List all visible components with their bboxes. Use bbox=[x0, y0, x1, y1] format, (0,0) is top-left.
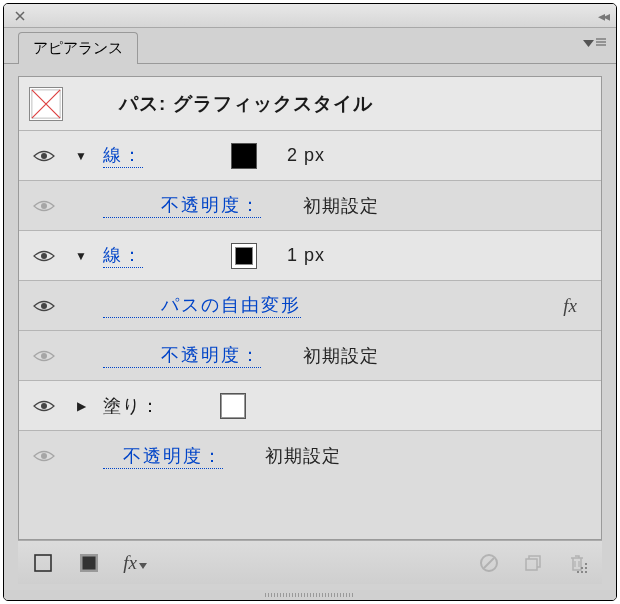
visibility-icon-dim[interactable] bbox=[29, 449, 59, 463]
stroke-link[interactable]: 線： bbox=[103, 143, 143, 168]
visibility-icon[interactable] bbox=[29, 399, 59, 413]
appearance-list: パス: グラフィックスタイル ▼ 線： 2 px 不透明度： 初期設定 bbox=[18, 76, 602, 540]
tab-appearance[interactable]: アピアランス bbox=[18, 32, 138, 64]
svg-point-6 bbox=[41, 403, 47, 409]
duplicate-icon[interactable] bbox=[520, 550, 546, 576]
svg-rect-9 bbox=[81, 555, 97, 571]
window-titlebar: ◂◂ bbox=[4, 4, 616, 28]
disclosure-triangle-closed[interactable]: ▶ bbox=[71, 399, 91, 413]
close-icon[interactable] bbox=[12, 8, 28, 24]
clear-icon[interactable] bbox=[476, 550, 502, 576]
stroke-width-value[interactable]: 1 px bbox=[287, 245, 325, 266]
new-fill-icon[interactable] bbox=[76, 550, 102, 576]
disclosure-triangle-open[interactable]: ▼ bbox=[71, 149, 91, 163]
fill-row[interactable]: ▶ 塗り： bbox=[19, 381, 601, 431]
panel-footer: fx bbox=[18, 540, 602, 584]
opacity-row-2[interactable]: 不透明度： 初期設定 bbox=[19, 331, 601, 381]
selection-thumbnail bbox=[29, 87, 63, 121]
opacity-link[interactable]: 不透明度： bbox=[103, 444, 223, 469]
resize-grip-icon[interactable] bbox=[573, 559, 587, 573]
add-effect-button[interactable]: fx bbox=[122, 550, 148, 576]
stroke-link[interactable]: 線： bbox=[103, 243, 143, 268]
fx-icon[interactable]: fx bbox=[563, 295, 577, 317]
list-filler bbox=[19, 481, 601, 539]
header-title: パス: グラフィックスタイル bbox=[119, 91, 373, 117]
svg-point-3 bbox=[41, 253, 47, 259]
new-stroke-icon[interactable] bbox=[30, 550, 56, 576]
opacity-value: 初期設定 bbox=[303, 344, 379, 368]
panel-menu-icon[interactable] bbox=[583, 38, 606, 48]
collapse-icon[interactable]: ◂◂ bbox=[598, 8, 608, 24]
stroke-color-swatch[interactable] bbox=[231, 243, 257, 269]
opacity-value: 初期設定 bbox=[303, 194, 379, 218]
visibility-icon[interactable] bbox=[29, 299, 59, 313]
fill-color-swatch[interactable] bbox=[220, 393, 246, 419]
svg-point-1 bbox=[41, 153, 47, 159]
opacity-value: 初期設定 bbox=[265, 444, 341, 468]
stroke-row-2[interactable]: ▼ 線： 1 px bbox=[19, 231, 601, 281]
svg-point-7 bbox=[41, 453, 47, 459]
appearance-panel: ◂◂ アピアランス パス: グラフィックスタイル ▼ bbox=[3, 3, 617, 601]
svg-rect-12 bbox=[526, 559, 537, 570]
stroke-width-value[interactable]: 2 px bbox=[287, 145, 325, 166]
svg-rect-8 bbox=[35, 555, 51, 571]
opacity-link[interactable]: 不透明度： bbox=[103, 343, 261, 368]
effect-link[interactable]: パスの自由変形 bbox=[103, 293, 301, 318]
disclosure-triangle-open[interactable]: ▼ bbox=[71, 249, 91, 263]
header-row[interactable]: パス: グラフィックスタイル bbox=[19, 77, 601, 131]
visibility-icon-dim[interactable] bbox=[29, 349, 59, 363]
visibility-icon[interactable] bbox=[29, 149, 59, 163]
fill-label: 塗り： bbox=[103, 394, 160, 418]
visibility-icon[interactable] bbox=[29, 249, 59, 263]
svg-point-5 bbox=[41, 353, 47, 359]
opacity-link[interactable]: 不透明度： bbox=[103, 193, 261, 218]
panel-tabbar: アピアランス bbox=[4, 28, 616, 64]
opacity-row-1[interactable]: 不透明度： 初期設定 bbox=[19, 181, 601, 231]
svg-point-4 bbox=[41, 303, 47, 309]
opacity-row-3[interactable]: 不透明度： 初期設定 bbox=[19, 431, 601, 481]
panel-content: パス: グラフィックスタイル ▼ 線： 2 px 不透明度： 初期設定 bbox=[4, 64, 616, 590]
visibility-icon-dim[interactable] bbox=[29, 199, 59, 213]
stroke-row-1[interactable]: ▼ 線： 2 px bbox=[19, 131, 601, 181]
effect-row[interactable]: パスの自由変形 fx bbox=[19, 281, 601, 331]
svg-point-2 bbox=[41, 203, 47, 209]
bottom-grip[interactable] bbox=[4, 590, 616, 600]
stroke-color-swatch[interactable] bbox=[231, 143, 257, 169]
